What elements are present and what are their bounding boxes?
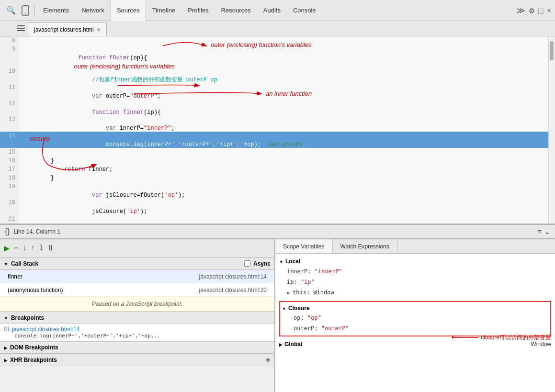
sidebar-toggle[interactable] [14, 21, 28, 36]
breakpoints-header[interactable]: Breakpoints [0, 312, 274, 324]
table-row: 8 [0, 36, 548, 45]
breakpoint-code: console.log(innerP+','+outerP+','+ip+','… [4, 333, 271, 339]
step-into-button[interactable]: ↓ [22, 244, 27, 253]
async-checkbox[interactable] [244, 260, 250, 267]
tab-resources[interactable]: Resources [215, 0, 257, 21]
breakpoints-section: Breakpoints ☑ javascript closures.html:1… [0, 312, 274, 341]
breakpoint-checkbox-icon[interactable]: ☑ [4, 326, 9, 333]
tab-console[interactable]: Console [287, 0, 322, 21]
format-icon[interactable]: ≡ [538, 228, 542, 235]
dom-breakpoints-title: DOM Breakpoints [10, 344, 58, 351]
tab-audits[interactable]: Audits [257, 0, 287, 21]
code-editor[interactable]: 8 9 function fOuter(op){ outer (enclosin… [0, 36, 555, 224]
table-row: 20 jsClosure('ip'); [0, 199, 548, 215]
table-row: 19 var jsClosure=fOuter('op'); [0, 182, 548, 199]
dom-breakpoints-header[interactable]: DOM Breakpoints [0, 341, 274, 354]
scrollbar[interactable] [548, 36, 555, 224]
scope-val: "innerP" [315, 268, 342, 275]
global-toggle [279, 341, 283, 347]
breakpoints-list: ☑ javascript closures.html:14 console.lo… [0, 324, 274, 341]
call-item-name: (anonymous function) [8, 287, 63, 293]
dom-breakpoints-section: DOM Breakpoints [0, 341, 274, 354]
add-xhr-breakpoint-button[interactable]: + [265, 355, 271, 365]
table-row: 21 [0, 215, 548, 224]
xhr-breakpoints-section: XHR Breakpoints + [0, 354, 274, 366]
closure-title: Closure [288, 305, 310, 312]
scope-val: Window [313, 289, 334, 296]
list-item[interactable]: ☑ javascript closures.html:14 console.lo… [0, 324, 274, 341]
can-access-annotation: can access [268, 141, 302, 148]
table-row: 16 } [0, 157, 548, 165]
debug-toolbar: ▶ ⌒ ↓ ↑ ⤵ ⏸ [0, 239, 274, 258]
separator [34, 5, 35, 16]
tab-network[interactable]: Network [75, 0, 111, 21]
local-toggle [279, 258, 283, 265]
resume-button[interactable]: ▶ [4, 242, 10, 254]
deactivate-button[interactable]: ⤵ [39, 244, 43, 253]
table-row: 18 } [0, 174, 548, 182]
scope-item-this[interactable]: ▶ this: Window [275, 287, 555, 298]
async-label: Async [253, 260, 271, 267]
this-expand-icon: ▶ [287, 290, 293, 295]
device-icon[interactable] [18, 3, 33, 18]
scope-item-innerP: innerP: "innerP" [275, 266, 555, 277]
list-item[interactable]: (anonymous function) javascript closures… [0, 283, 274, 297]
call-stack-header[interactable]: Call Stack Async [0, 258, 274, 270]
list-item[interactable]: fInner javascript closures.html:14 [0, 270, 274, 283]
tab-sources[interactable]: Sources [111, 0, 146, 21]
toolbar-right: ≫ ⚙ ⬚ ✕ [516, 5, 551, 16]
svg-rect-3 [17, 25, 25, 26]
status-icons: ≡ ⌄ [538, 228, 550, 235]
tab-watch-expressions[interactable]: Watch Expressions [333, 239, 397, 253]
call-stack-section: Call Stack Async fInner javascript closu… [0, 258, 274, 312]
tab-bar: javascript closures.html × [0, 21, 555, 36]
scope-group-local: Local innerP: "innerP" ip: "ip" ▶ this: … [275, 256, 555, 299]
chevron-down-icon[interactable]: ⌄ [544, 228, 550, 235]
scope-item-op: op: "op" [282, 313, 548, 323]
dock-icon[interactable]: ⬚ [538, 5, 544, 16]
execute-icon[interactable]: ≫ [516, 5, 525, 16]
search-icon[interactable]: 🔍 [4, 3, 18, 18]
global-title: Global [284, 341, 302, 347]
table-row: 11 var outerP="outerP"; [0, 83, 548, 100]
breakpoints-title: Breakpoints [11, 314, 44, 321]
settings-icon[interactable]: ⚙ [529, 5, 534, 16]
scope-key: op: [294, 314, 307, 321]
scope-val: "op" [307, 314, 321, 321]
tab-elements[interactable]: Elements [37, 0, 75, 21]
scope-val: "outerP" [321, 325, 349, 332]
pause-button[interactable]: ⏸ [47, 244, 55, 253]
call-stack-toggle [4, 260, 8, 267]
call-item-name: fInner [8, 273, 23, 280]
file-tab[interactable]: javascript closures.html × [28, 22, 107, 36]
svg-rect-5 [17, 30, 25, 31]
close-icon[interactable]: ✕ [547, 6, 551, 14]
async-container: Async [244, 260, 271, 267]
call-item-location: javascript closures.html:20 [199, 287, 267, 293]
scope-group-local-header[interactable]: Local [275, 257, 555, 266]
closure-arrow-svg [452, 333, 481, 342]
right-panel: Scope Variables Watch Expressions Local … [275, 239, 555, 392]
tab-scope-variables[interactable]: Scope Variables [275, 239, 333, 253]
table-row: 14 console.log(innerP+','+outerP+','+ip+… [0, 132, 548, 148]
curly-icon: {} [5, 227, 10, 236]
svg-rect-4 [17, 28, 25, 29]
file-tab-close[interactable]: × [97, 26, 101, 34]
xhr-breakpoints-header[interactable]: XHR Breakpoints + [0, 354, 274, 366]
tab-timeline[interactable]: Timeline [146, 0, 182, 21]
breakpoint-file: javascript closures.html:14 [12, 326, 79, 333]
code-lines: 8 9 function fOuter(op){ outer (enclosin… [0, 36, 548, 224]
left-panel: ▶ ⌒ ↓ ↑ ⤵ ⏸ Call Stack Async fInner java… [0, 239, 275, 392]
scope-val: "ip" [301, 279, 315, 285]
scope-key: outerP: [294, 325, 321, 332]
call-stack-title: Call Stack [11, 260, 38, 267]
closure-toggle [282, 305, 286, 312]
xhr-breakpoints-toggle [4, 357, 7, 363]
outer-func-annotation: outer (enclosing) function's variables [74, 63, 175, 70]
step-over-icon: ⌒ [14, 244, 18, 252]
tab-profiles[interactable]: Profiles [181, 0, 215, 21]
scope-group-closure-header[interactable]: Closure [282, 304, 548, 313]
file-tab-name: javascript closures.html [34, 26, 94, 33]
step-out-button[interactable]: ↑ [31, 244, 35, 253]
closure-annotation-container: closure可以访问的外部变量 [452, 333, 555, 342]
